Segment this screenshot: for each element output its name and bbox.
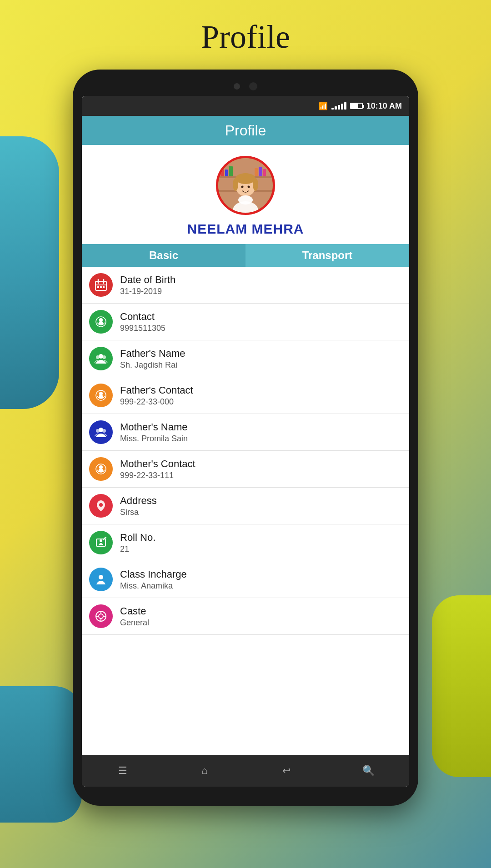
battery-icon — [350, 103, 363, 109]
profile-header: Profile — [82, 116, 409, 145]
page-title: Profile — [201, 18, 290, 56]
svg-rect-23 — [103, 286, 105, 288]
tab-transport[interactable]: Transport — [246, 244, 409, 267]
item-text-class_incharge: Class InchargeMiss. Anamika — [120, 569, 187, 591]
device-frame: 📶 10:10 AM Profile — [73, 70, 418, 806]
item-text-father_name: Father's NameSh. Jagdish Rai — [120, 348, 185, 370]
bg-wave-left — [0, 136, 59, 409]
svg-rect-7 — [259, 167, 262, 176]
status-bar: 📶 10:10 AM — [82, 96, 409, 116]
item-label-contact: Contact — [120, 311, 165, 323]
svg-point-36 — [99, 503, 103, 507]
item-value-address: Sirsa — [120, 508, 157, 517]
camera-dot-main — [249, 82, 257, 90]
item-value-caste: General — [120, 618, 149, 628]
list-item-father_contact[interactable]: Father's Contact999-22-33-000 — [82, 377, 409, 414]
item-text-roll_no: Roll No.21 — [120, 532, 155, 554]
item-label-class_incharge: Class Incharge — [120, 569, 187, 580]
svg-point-13 — [253, 178, 258, 191]
bg-wave-bottom-left — [0, 686, 82, 823]
svg-point-42 — [99, 614, 103, 619]
list-item-class_incharge[interactable]: Class InchargeMiss. Anamika — [82, 561, 409, 598]
svg-rect-17 — [95, 281, 106, 290]
student-name: NEELAM MEHRA — [187, 221, 304, 237]
list-item-father_name[interactable]: Father's NameSh. Jagdish Rai — [82, 340, 409, 377]
item-text-mother_contact: Mother's Contact999-22-33-111 — [120, 458, 195, 480]
svg-rect-4 — [225, 170, 228, 176]
item-value-father_contact: 999-22-33-000 — [120, 397, 193, 407]
item-icon-father_contact — [89, 384, 113, 407]
item-text-father_contact: Father's Contact999-22-33-000 — [120, 384, 193, 407]
item-text-contact: Contact9991511305 — [120, 311, 165, 333]
signal-bar-4 — [341, 104, 343, 110]
signal-bars — [331, 102, 346, 110]
list-item-contact[interactable]: Contact9991511305 — [82, 304, 409, 340]
list-item-mother_contact[interactable]: Mother's Contact999-22-33-111 — [82, 451, 409, 488]
item-icon-class_incharge — [89, 568, 113, 591]
avatar-svg — [218, 158, 273, 213]
item-icon-dob — [89, 273, 113, 297]
item-value-roll_no: 21 — [120, 544, 155, 554]
signal-bar-1 — [331, 108, 334, 110]
avatar — [216, 156, 275, 215]
device-screen: 📶 10:10 AM Profile — [82, 96, 409, 787]
svg-point-28 — [102, 355, 106, 359]
svg-point-14 — [241, 186, 244, 188]
item-label-mother_contact: Mother's Contact — [120, 458, 195, 470]
svg-rect-22 — [100, 286, 102, 288]
wifi-icon: 📶 — [319, 102, 328, 110]
profile-header-text: Profile — [225, 122, 266, 139]
nav-back-button[interactable]: ↩ — [276, 761, 296, 781]
svg-point-39 — [105, 537, 106, 539]
items-list[interactable]: Date of Birth31-19-2019 Contact999151130… — [82, 267, 409, 755]
svg-rect-3 — [220, 167, 224, 176]
signal-bar-2 — [335, 106, 337, 110]
svg-point-32 — [96, 429, 100, 433]
item-text-mother_name: Mother's NameMiss. Promila Sain — [120, 421, 188, 444]
item-value-mother_name: Miss. Promila Sain — [120, 434, 188, 444]
svg-rect-6 — [255, 168, 258, 176]
nav-search-button[interactable]: 🔍 — [358, 761, 378, 781]
item-icon-roll_no — [89, 531, 113, 554]
list-item-caste[interactable]: CasteGeneral — [82, 598, 409, 635]
item-icon-mother_name — [89, 420, 113, 444]
signal-bar-3 — [338, 105, 340, 110]
item-icon-address — [89, 494, 113, 518]
item-icon-contact — [89, 310, 113, 334]
signal-bar-5 — [344, 102, 346, 110]
item-icon-father_name — [89, 347, 113, 370]
item-label-mother_name: Mother's Name — [120, 421, 188, 433]
list-item-mother_name[interactable]: Mother's NameMiss. Promila Sain — [82, 414, 409, 451]
item-value-mother_contact: 999-22-33-111 — [120, 471, 195, 480]
list-item-roll_no[interactable]: Roll No.21 — [82, 524, 409, 561]
item-label-roll_no: Roll No. — [120, 532, 155, 544]
item-text-caste: CasteGeneral — [120, 605, 149, 628]
battery-fill — [351, 104, 359, 108]
item-label-address: Address — [120, 495, 157, 507]
item-value-contact: 9991511305 — [120, 324, 165, 333]
item-text-dob: Date of Birth31-19-2019 — [120, 274, 175, 296]
item-label-father_name: Father's Name — [120, 348, 185, 359]
item-value-class_incharge: Miss. Anamika — [120, 581, 187, 591]
tab-basic[interactable]: Basic — [82, 244, 246, 267]
nav-home-button[interactable]: ⌂ — [195, 761, 215, 781]
list-item-address[interactable]: AddressSirsa — [82, 488, 409, 524]
svg-point-27 — [96, 355, 100, 359]
item-icon-mother_contact — [89, 457, 113, 481]
svg-point-15 — [248, 186, 250, 188]
item-label-caste: Caste — [120, 605, 149, 617]
item-label-father_contact: Father's Contact — [120, 384, 193, 396]
svg-point-38 — [100, 539, 102, 542]
list-item-dob[interactable]: Date of Birth31-19-2019 — [82, 267, 409, 304]
item-text-address: AddressSirsa — [120, 495, 157, 517]
bottom-nav: ☰ ⌂ ↩ 🔍 — [82, 755, 409, 787]
svg-point-12 — [233, 178, 238, 191]
svg-point-30 — [99, 392, 103, 395]
svg-point-35 — [99, 465, 103, 469]
app-content: Profile — [82, 116, 409, 755]
svg-rect-5 — [229, 166, 233, 176]
camera-dot-small — [234, 83, 240, 90]
nav-menu-button[interactable]: ☰ — [113, 761, 133, 781]
svg-point-33 — [102, 429, 106, 433]
avatar-section: NEELAM MEHRA — [82, 145, 409, 244]
